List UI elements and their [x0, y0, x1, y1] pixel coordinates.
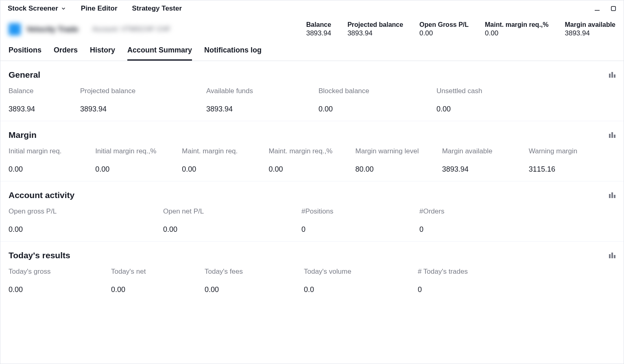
- field-label: Projected balance: [80, 87, 206, 95]
- svg-rect-1: [611, 7, 616, 11]
- section-margin: Margin Initial margin req. 0.00 Initial …: [0, 121, 624, 181]
- field-label: Warning margin: [529, 147, 615, 155]
- field-label: Margin available: [442, 147, 529, 155]
- stock-screener-button[interactable]: Stock Screener: [8, 4, 66, 13]
- field-value: 0.00: [163, 225, 301, 234]
- account-name: Account: VTMSCHF CHF: [92, 25, 171, 33]
- tabs: Positions Orders History Account Summary…: [0, 42, 624, 61]
- field-label: Balance: [9, 87, 80, 95]
- maximize-button[interactable]: [609, 4, 618, 13]
- stat-margin-available: Margin available 3893.94: [565, 21, 616, 37]
- field-label: Open gross P/L: [9, 207, 163, 216]
- stat-value: 3893.94: [565, 29, 616, 37]
- tab-account-summary[interactable]: Account Summary: [127, 42, 192, 61]
- section-header: General: [9, 70, 615, 80]
- field-label: Open net P/L: [163, 207, 301, 216]
- field-initial-margin-req: Initial margin req. 0.00: [9, 147, 95, 174]
- field-label: # Today's trades: [418, 268, 615, 276]
- field-value: 0.00: [268, 165, 355, 174]
- stock-screener-label: Stock Screener: [8, 4, 58, 13]
- stat-value: 0.00: [485, 29, 548, 37]
- field-value: 0: [418, 286, 615, 294]
- pine-editor-button[interactable]: Pine Editor: [81, 4, 118, 13]
- field-label: Today's fees: [205, 268, 304, 276]
- toolbar-left: Stock Screener Pine Editor Strategy Test…: [8, 4, 182, 13]
- strategy-tester-label: Strategy Tester: [132, 4, 182, 13]
- field-available-funds: Available funds 3893.94: [206, 87, 319, 113]
- stat-maint-margin-req: Maint. margin req.,% 0.00: [485, 21, 548, 37]
- field-label: #Positions: [301, 207, 419, 216]
- field-initial-margin-req-pct: Initial margin req.,% 0.00: [95, 147, 182, 174]
- stat-balance: Balance 3893.94: [306, 21, 331, 37]
- account-header: Velocity Trade Account: VTMSCHF CHF Bala…: [0, 17, 624, 42]
- field-label: Maint. margin req.,%: [268, 147, 355, 155]
- stat-label: Maint. margin req.,%: [485, 21, 548, 28]
- field-todays-trades: # Today's trades 0: [418, 268, 615, 294]
- field-value: 0.00: [9, 286, 111, 294]
- field-positions-count: #Positions 0: [301, 207, 419, 234]
- field-margin-available: Margin available 3893.94: [442, 147, 529, 174]
- field-label: Unsettled cash: [436, 87, 615, 95]
- field-label: Today's volume: [304, 268, 418, 276]
- broker-info: Velocity Trade Account: VTMSCHF CHF: [9, 23, 171, 35]
- bar-chart-icon[interactable]: [609, 72, 615, 78]
- field-blocked-balance: Blocked balance 0.00: [319, 87, 436, 113]
- field-maint-margin-req-pct: Maint. margin req.,% 0.00: [268, 147, 355, 174]
- section-general: General Balance 3893.94 Projected balanc…: [0, 61, 624, 121]
- tab-history[interactable]: History: [90, 42, 115, 61]
- general-fields: Balance 3893.94 Projected balance 3893.9…: [9, 87, 615, 113]
- stat-open-gross-pl: Open Gross P/L 0.00: [419, 21, 469, 37]
- field-value: 0.00: [319, 105, 436, 113]
- bar-chart-icon[interactable]: [609, 192, 615, 198]
- field-value: 3893.94: [442, 165, 529, 174]
- broker-logo-icon: [9, 23, 21, 35]
- tab-orders[interactable]: Orders: [54, 42, 78, 61]
- field-value: 3893.94: [206, 105, 319, 113]
- section-header: Account activity: [9, 190, 615, 200]
- field-value: 0: [301, 225, 419, 234]
- field-value: 0: [419, 225, 615, 234]
- field-label: Today's net: [111, 268, 205, 276]
- stat-label: Projected balance: [347, 21, 403, 28]
- stat-value: 3893.94: [347, 29, 403, 37]
- field-label: Initial margin req.: [9, 147, 95, 155]
- stat-label: Open Gross P/L: [419, 21, 469, 28]
- field-value: 3893.94: [80, 105, 206, 113]
- section-title: General: [9, 70, 40, 80]
- today-fields: Today's gross 0.00 Today's net 0.00 Toda…: [9, 268, 615, 294]
- field-label: Initial margin req.,%: [95, 147, 182, 155]
- field-warning-margin: Warning margin 3115.16: [529, 147, 615, 174]
- bar-chart-icon[interactable]: [609, 253, 615, 258]
- field-maint-margin-req: Maint. margin req. 0.00: [182, 147, 268, 174]
- section-title: Margin: [9, 130, 37, 140]
- field-todays-fees: Today's fees 0.00: [205, 268, 304, 294]
- toolbar-right: [593, 4, 618, 13]
- field-balance: Balance 3893.94: [9, 87, 80, 113]
- field-value: 0.00: [111, 286, 205, 294]
- field-todays-net: Today's net 0.00: [111, 268, 205, 294]
- section-title: Today's results: [9, 251, 70, 260]
- section-account-activity: Account activity Open gross P/L 0.00 Ope…: [0, 181, 624, 242]
- field-label: Today's gross: [9, 268, 111, 276]
- chevron-down-icon: [61, 6, 66, 11]
- section-todays-results: Today's results Today's gross 0.00 Today…: [0, 242, 624, 301]
- field-open-gross-pl: Open gross P/L 0.00: [9, 207, 163, 234]
- tab-notifications-log[interactable]: Notifications log: [204, 42, 262, 61]
- field-open-net-pl: Open net P/L 0.00: [163, 207, 301, 234]
- field-value: 0.00: [182, 165, 268, 174]
- strategy-tester-button[interactable]: Strategy Tester: [132, 4, 182, 13]
- tab-positions[interactable]: Positions: [9, 42, 41, 61]
- bar-chart-icon[interactable]: [609, 132, 615, 138]
- field-unsettled-cash: Unsettled cash 0.00: [436, 87, 615, 113]
- field-todays-gross: Today's gross 0.00: [9, 268, 111, 294]
- field-value: 0.00: [9, 165, 95, 174]
- field-label: Maint. margin req.: [182, 147, 268, 155]
- minimize-button[interactable]: [593, 4, 602, 13]
- field-value: 0.00: [9, 225, 163, 234]
- broker-name: Velocity Trade: [26, 25, 79, 34]
- field-todays-volume: Today's volume 0.0: [304, 268, 418, 294]
- field-orders-count: #Orders 0: [419, 207, 615, 234]
- pine-editor-label: Pine Editor: [81, 4, 118, 13]
- stat-label: Margin available: [565, 21, 616, 28]
- stat-value: 0.00: [419, 29, 469, 37]
